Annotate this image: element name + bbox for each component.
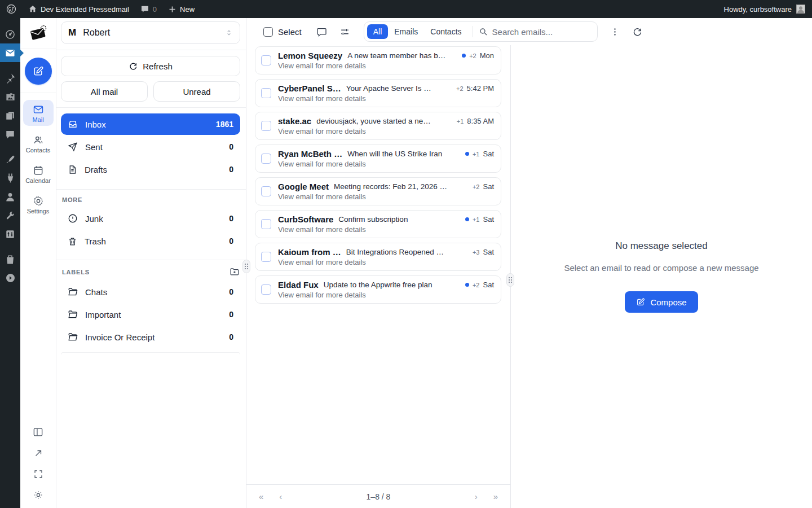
divider [56,189,246,190]
new-label: New [180,5,195,14]
label-important[interactable]: Important0 [61,304,240,325]
comment-view-icon[interactable] [316,27,327,37]
email-row[interactable]: CyberPanel S…Your Apache Server Is …+25:… [255,79,501,107]
select-all-control[interactable]: Select [263,27,302,37]
email-checkbox[interactable] [261,219,271,229]
filter-unread-button[interactable]: Unread [153,81,240,102]
list-pane-divider [510,45,511,508]
tools-icon[interactable] [0,206,20,225]
email-row[interactable]: Lemon SqueezyA new team member has b…+2M… [255,46,501,75]
last-page-button[interactable]: » [493,492,498,501]
trash-menu-icon[interactable] [0,250,20,269]
tab-emails[interactable]: Emails [388,24,424,39]
email-meta: +2Mon [458,51,494,60]
sidebar-item-calendar[interactable]: Calendar [23,161,54,187]
email-row[interactable]: Kaioum from …Bit Integrations Reopened …… [255,243,501,271]
sidebar-item-settings[interactable]: Settings [23,191,54,217]
pages-icon[interactable] [0,106,20,125]
email-list-panel: Lemon SqueezyA new team member has b…+2M… [246,45,510,508]
first-page-button[interactable]: « [259,492,263,501]
email-checkbox[interactable] [261,284,271,295]
settings-sliders-icon[interactable] [0,225,20,243]
account-selector[interactable]: M Robert [61,21,240,44]
reading-pane: No message selected Select an email to r… [511,45,812,508]
expand-diagonal-icon[interactable] [33,448,43,458]
site-link[interactable]: Dev Extended Pressedmail [23,0,135,18]
search-input[interactable] [492,27,592,37]
tab-all[interactable]: All [367,24,389,39]
label-chats[interactable]: Chats0 [61,281,240,303]
add-label-folder-plus-icon[interactable] [230,267,239,277]
email-time: Sat [483,182,494,191]
email-subject: When will the US Strike Iran [347,150,442,158]
sidebar-item-mail[interactable]: Mail [23,100,54,126]
email-checkbox[interactable] [261,252,271,262]
posts-icon[interactable] [0,69,20,87]
filter-all-mail-button[interactable]: All mail [61,81,148,102]
list-refresh-icon[interactable] [632,27,642,37]
dashboard-icon[interactable] [0,25,20,43]
email-preview: View email for more details [278,258,494,266]
email-row[interactable]: stake.acdeviousjack, youve started a ne…… [255,112,501,140]
email-row[interactable]: Ryan McBeth …When will the US Strike Ira… [255,144,501,173]
folder-junk[interactable]: Junk0 [61,208,240,229]
email-row[interactable]: Google MeetMeeting records: Feb 21, 2026… [255,177,501,205]
email-preview: View email for more details [278,291,494,299]
label-invoice-or-receipt[interactable]: Invoice Or Receipt0 [61,326,240,348]
email-row[interactable]: CurbSoftwareConfirm subscription+1SatVie… [255,210,501,238]
email-checkbox[interactable] [261,55,271,65]
next-page-button[interactable]: › [475,492,478,501]
filter-sliders-icon[interactable] [339,27,350,37]
search-icon [479,27,488,36]
email-checkbox[interactable] [261,88,271,98]
email-time: Sat [483,150,494,158]
wordpress-logo-icon[interactable] [0,0,23,18]
folder-count: 0 [229,165,233,174]
folder-drafts[interactable]: Drafts0 [61,159,240,180]
pane-resize-handle[interactable] [506,273,514,287]
comments-icon[interactable] [0,125,20,143]
collapse-menu-icon[interactable] [0,269,20,287]
compose-round-button[interactable] [25,58,52,85]
divider [473,26,473,37]
compose-pencil-icon [636,297,645,306]
compose-button[interactable]: Compose [625,291,698,313]
folder-trash[interactable]: Trash0 [61,230,240,252]
plugins-icon[interactable] [0,169,20,187]
folder-inbox[interactable]: Inbox1861 [61,113,240,135]
email-row[interactable]: Eldad FuxUpdate to the Appwrite free pla… [255,275,501,304]
folder-sent[interactable]: Sent0 [61,136,240,157]
panel-resize-handle[interactable] [242,260,250,273]
theme-brightness-icon[interactable] [33,490,43,500]
screen: Dev Extended Pressedmail 0 New Howdy, cu… [0,0,812,508]
panel-layout-toggle-icon[interactable] [33,427,43,437]
folder-count: 0 [229,332,233,341]
howdy-text[interactable]: Howdy, curbsoftware [724,5,792,14]
email-subject: A new team member has b… [347,51,445,60]
gear-icon [33,195,44,207]
refresh-button[interactable]: Refresh [61,56,240,76]
select-all-checkbox[interactable] [263,27,273,37]
thread-count-badge: +1 [473,216,480,223]
users-icon[interactable] [0,187,20,206]
email-checkbox[interactable] [261,186,271,196]
folder-icon [68,287,78,297]
thread-count-badge: +1 [457,118,464,125]
comments-shortcut[interactable]: 0 [135,0,162,18]
media-icon[interactable] [0,87,20,106]
avatar[interactable] [796,5,805,14]
tab-contacts[interactable]: Contacts [424,24,467,39]
pressedmail-menu-icon[interactable] [0,43,20,62]
email-time: Mon [480,51,494,60]
email-checkbox[interactable] [261,121,271,131]
new-content-button[interactable]: New [162,0,200,18]
sidebar-item-contacts[interactable]: Contacts [23,130,54,156]
appearance-icon[interactable] [0,150,20,169]
email-subject: Confirm subscription [338,215,408,224]
more-options-ellipsis-icon[interactable] [610,27,620,37]
email-checkbox[interactable] [261,154,271,164]
plus-icon [168,5,176,14]
email-preview: View email for more details [278,192,494,201]
fullscreen-icon[interactable] [33,469,43,479]
account-name: Robert [83,28,110,38]
